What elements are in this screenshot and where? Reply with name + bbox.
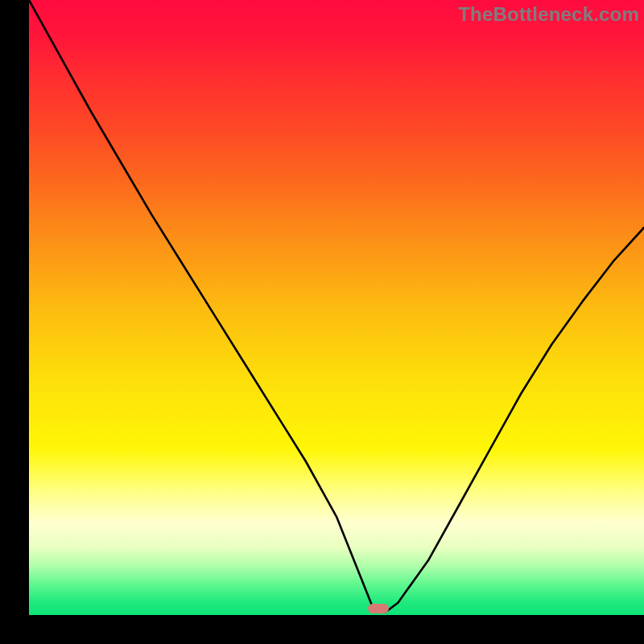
- plot-area: [29, 0, 644, 615]
- bottleneck-curve: [29, 0, 644, 615]
- chart-frame: TheBottleneck.com: [0, 0, 644, 644]
- watermark-text: TheBottleneck.com: [458, 3, 639, 26]
- minimum-marker: [368, 604, 389, 613]
